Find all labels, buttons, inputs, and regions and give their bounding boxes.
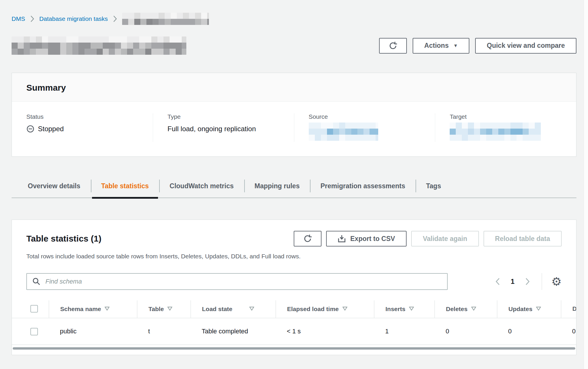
breadcrumb-link-tasks[interactable]: Database migration tasks xyxy=(39,15,108,22)
summary-card: Summary Status Stopped Type Full load, o… xyxy=(12,73,576,157)
column-header-updates[interactable]: Updates xyxy=(497,300,561,318)
summary-field-target: Target xyxy=(435,113,576,142)
page-header: Actions ▼ Quick view and compare xyxy=(12,36,576,55)
breadcrumb: DMS Database migration tasks xyxy=(12,0,576,25)
sort-icon[interactable] xyxy=(249,305,254,312)
column-label: Elapsed load time xyxy=(287,306,339,312)
summary-field-status: Status Stopped xyxy=(12,113,153,142)
redacted-source-endpoint xyxy=(309,123,378,141)
column-label: Deletes xyxy=(446,306,468,312)
summary-title: Summary xyxy=(26,83,562,93)
type-label: Type xyxy=(168,113,281,120)
tab-table-statistics[interactable]: Table statistics xyxy=(91,176,159,198)
redacted-page-title xyxy=(12,36,186,55)
page-prev-icon[interactable] xyxy=(493,277,503,286)
summary-body: Status Stopped Type Full load, ongoing r… xyxy=(12,102,576,156)
column-label: DDLs xyxy=(572,305,576,312)
validate-again-button[interactable]: Validate again xyxy=(411,231,479,246)
sort-icon[interactable] xyxy=(409,305,414,312)
reload-table-data-label: Reload table data xyxy=(495,235,550,243)
export-csv-button[interactable]: Export to CSV xyxy=(326,231,407,246)
tab-tags[interactable]: Tags xyxy=(416,176,451,198)
table-row: public t Table completed < 1 s 1 0 0 0 xyxy=(12,318,576,344)
sort-icon[interactable] xyxy=(167,305,172,312)
tab-mapping-rules[interactable]: Mapping rules xyxy=(244,176,310,198)
gear-icon[interactable]: ⚙ xyxy=(551,276,562,287)
cell-updates: 0 xyxy=(497,318,561,344)
page-next-icon[interactable] xyxy=(523,277,532,286)
refresh-icon xyxy=(389,41,397,50)
table-statistics-title: Table statistics (1) xyxy=(26,234,102,244)
schema-search xyxy=(26,273,448,290)
sort-icon[interactable] xyxy=(104,305,110,312)
target-label: Target xyxy=(450,113,563,120)
breadcrumb-link-dms[interactable]: DMS xyxy=(12,15,25,22)
actions-button[interactable]: Actions ▼ xyxy=(413,38,469,54)
validate-again-label: Validate again xyxy=(423,235,467,243)
export-icon xyxy=(338,235,346,243)
cell-elapsed-load-time: < 1 s xyxy=(276,318,374,344)
cell-schema-name: public xyxy=(49,318,137,344)
breadcrumb-chevron-icon xyxy=(113,15,117,22)
summary-card-header: Summary xyxy=(12,73,576,102)
actions-button-label: Actions xyxy=(424,42,449,50)
tab-cloudwatch-metrics[interactable]: CloudWatch metrics xyxy=(159,176,244,198)
column-label: Updates xyxy=(508,306,532,312)
refresh-button[interactable] xyxy=(379,38,407,54)
pagination: 1 ⚙ xyxy=(493,273,562,290)
sort-icon[interactable] xyxy=(471,305,476,312)
table-statistics-card: Table statistics (1) Export to CSV Valid… xyxy=(12,220,576,355)
table-statistics-buttons: Export to CSV Validate again Reload tabl… xyxy=(294,231,562,246)
status-stopped-icon xyxy=(26,125,34,133)
row-checkbox[interactable] xyxy=(30,328,38,335)
column-header-inserts[interactable]: Inserts xyxy=(374,300,435,318)
column-header-ddls[interactable]: DDLs xyxy=(561,300,576,318)
quick-view-label: Quick view and compare xyxy=(487,42,565,50)
column-header-load-state[interactable]: Load state xyxy=(191,300,276,318)
column-label: Load state xyxy=(202,306,232,312)
summary-field-type: Type Full load, ongoing replication xyxy=(153,113,294,142)
reload-table-data-button[interactable]: Reload table data xyxy=(484,231,562,246)
pagination-divider xyxy=(542,273,542,290)
table-refresh-button[interactable] xyxy=(294,231,321,246)
schema-search-input[interactable] xyxy=(26,273,448,290)
column-label: Table xyxy=(148,306,164,312)
search-icon xyxy=(32,277,41,286)
summary-field-source: Source xyxy=(294,113,435,142)
table-toolbar: 1 ⚙ xyxy=(12,273,576,290)
dms-task-page: DMS Database migration tasks Actions ▼ Q… xyxy=(0,0,588,355)
redacted-target-endpoint xyxy=(450,123,541,141)
current-page-number[interactable]: 1 xyxy=(511,277,514,286)
sort-icon[interactable] xyxy=(536,305,541,312)
column-header-elapsed-load-time[interactable]: Elapsed load time xyxy=(276,300,374,318)
type-value: Full load, ongoing replication xyxy=(168,125,281,133)
page-scrollbar-track[interactable] xyxy=(584,0,588,369)
column-header-deletes[interactable]: Deletes xyxy=(435,300,497,318)
quick-view-compare-button[interactable]: Quick view and compare xyxy=(475,38,576,54)
horizontal-scrollbar[interactable] xyxy=(13,347,575,350)
cell-inserts: 1 xyxy=(374,318,435,344)
sort-icon[interactable] xyxy=(342,305,348,312)
cell-load-state: Table completed xyxy=(191,318,276,344)
status-value: Stopped xyxy=(26,125,140,133)
header-actions: Actions ▼ Quick view and compare xyxy=(379,38,576,54)
refresh-icon xyxy=(303,234,312,243)
breadcrumb-chevron-icon xyxy=(30,15,34,22)
redacted-task-name-breadcrumb xyxy=(122,13,209,25)
column-label: Schema name xyxy=(60,306,101,312)
source-label: Source xyxy=(309,113,422,120)
column-label: Inserts xyxy=(385,306,405,312)
column-header-table[interactable]: Table xyxy=(137,300,191,318)
cell-deletes: 0 xyxy=(435,318,497,344)
tab-overview-details[interactable]: Overview details xyxy=(17,176,91,198)
select-all-checkbox[interactable] xyxy=(30,305,38,313)
table-header-row: Schema name Table Load state Elapsed loa… xyxy=(12,300,576,318)
column-header-schema-name[interactable]: Schema name xyxy=(49,300,137,318)
table-statistics-table: Schema name Table Load state Elapsed loa… xyxy=(12,300,576,345)
cell-ddls: 0 xyxy=(561,318,576,344)
table-statistics-header: Table statistics (1) Export to CSV Valid… xyxy=(12,231,576,246)
cell-table: t xyxy=(137,318,191,344)
status-text: Stopped xyxy=(38,125,64,133)
caret-down-icon: ▼ xyxy=(453,43,458,48)
tab-premigration-assessments[interactable]: Premigration assessments xyxy=(310,176,416,198)
